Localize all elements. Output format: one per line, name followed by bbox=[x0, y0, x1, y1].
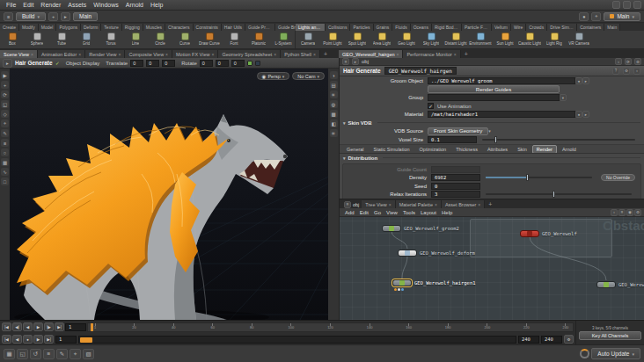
shelf-tab[interactable]: Lights and Cameras bbox=[296, 24, 326, 31]
voxel-size-field[interactable]: 0.1 bbox=[428, 136, 477, 143]
viewport-display-icon[interactable]: ◧ bbox=[330, 119, 338, 127]
shelf-tab[interactable]: Hair Utils bbox=[222, 24, 245, 31]
shelf-tab[interactable]: Oceans bbox=[411, 24, 432, 31]
grid-snap-icon[interactable]: ≡ bbox=[618, 209, 626, 216]
gear-icon[interactable]: ⚙ bbox=[634, 209, 641, 216]
group-field[interactable] bbox=[428, 94, 560, 101]
shelf-tool[interactable]: Sky Light bbox=[419, 31, 443, 48]
rotate-x-field[interactable]: 0 bbox=[200, 60, 213, 67]
shelf-tab[interactable]: Collisions bbox=[326, 24, 350, 31]
network-node[interactable]: GEO_Werewolf_groom2 bbox=[382, 224, 459, 233]
parameter-tab[interactable]: Attributes bbox=[483, 145, 512, 154]
menu-item[interactable]: Edit bbox=[19, 0, 37, 11]
status-icon[interactable]: ▦ bbox=[4, 349, 15, 359]
shelf-tab[interactable]: Constraints bbox=[194, 24, 222, 31]
chevron-down-icon[interactable]: ▾ bbox=[560, 94, 567, 101]
pin-icon[interactable]: ⌖ bbox=[633, 68, 640, 75]
playback-button[interactable]: ◀ bbox=[12, 335, 22, 344]
window-minimize-icon[interactable] bbox=[612, 1, 620, 9]
magnet-icon[interactable]: ⌖ bbox=[611, 209, 618, 216]
add-pane-tab-button[interactable]: + bbox=[485, 200, 495, 208]
node-body[interactable] bbox=[520, 230, 539, 237]
network-editor[interactable]: ≡ obj Tree View × Material Palette × Ass… bbox=[339, 199, 644, 320]
network-menu-item[interactable]: Layout bbox=[418, 210, 439, 215]
close-icon[interactable]: × bbox=[435, 202, 437, 207]
viewport-tool-icon[interactable]: ⟳ bbox=[1, 90, 9, 98]
shelf-tool[interactable]: Sphere bbox=[25, 31, 49, 48]
transport-button[interactable]: |◀ bbox=[2, 322, 11, 331]
slider-knob[interactable] bbox=[553, 191, 555, 198]
groom-object-field[interactable]: ../GEO_Werewolf_groom bbox=[428, 77, 575, 84]
close-icon[interactable]: × bbox=[478, 202, 480, 207]
color-swatch-dark[interactable] bbox=[255, 61, 260, 66]
viewport-display-icon[interactable]: ▩ bbox=[330, 110, 338, 118]
shelf-tool[interactable]: Box bbox=[0, 31, 25, 48]
viewport-tool-icon[interactable]: ⌖ bbox=[1, 119, 9, 127]
playhead-marker[interactable] bbox=[91, 323, 93, 331]
shelf-tool[interactable]: Spot Light bbox=[345, 31, 370, 48]
viewport-tool-icon[interactable]: ≡ bbox=[1, 139, 9, 147]
open-chooser-icon[interactable]: ▸ bbox=[582, 77, 589, 84]
update-mode-selector[interactable]: Auto Update ▾ bbox=[591, 348, 640, 359]
playback-button[interactable]: ● bbox=[23, 335, 33, 344]
shelf-tab[interactable]: Rigid Bodies bbox=[432, 24, 462, 31]
toolbar-extra-icon-2[interactable]: ⌖ bbox=[591, 12, 601, 21]
pane-tab[interactable]: Material Palette × bbox=[396, 200, 442, 208]
shelf-tool[interactable]: Platonic bbox=[246, 31, 271, 48]
network-box[interactable] bbox=[470, 219, 612, 257]
timeline-ruler[interactable]: 120406080100120140160180200220240 bbox=[87, 322, 574, 332]
viewport-display-icon[interactable]: ▤ bbox=[330, 81, 338, 89]
rotate-y-field[interactable]: 0 bbox=[216, 60, 229, 67]
gear-icon[interactable]: ⚙ bbox=[623, 68, 630, 75]
network-menu-item[interactable]: Tools bbox=[400, 210, 418, 215]
close-icon[interactable]: × bbox=[389, 202, 392, 207]
viewport-display-icon[interactable]: ◍ bbox=[330, 100, 338, 108]
camera-icon[interactable]: ◉ bbox=[626, 209, 633, 216]
key-all-channels-button[interactable]: Key All Channels bbox=[579, 331, 641, 340]
shelf-tab[interactable]: Create bbox=[0, 24, 19, 31]
pane-tab[interactable]: Motion FX View × bbox=[172, 50, 218, 58]
close-icon[interactable]: × bbox=[119, 52, 121, 57]
path-arrow-icon[interactable]: ▸ bbox=[352, 58, 359, 65]
gear-icon[interactable]: ⚙ bbox=[634, 58, 641, 65]
close-icon[interactable]: × bbox=[454, 52, 457, 57]
shelf-tool[interactable]: Draw Curve bbox=[197, 31, 222, 48]
color-swatch-green[interactable] bbox=[247, 61, 252, 66]
pane-tab[interactable]: Asset Browser × bbox=[442, 200, 485, 208]
shelf-tab[interactable]: Crowds bbox=[526, 24, 547, 31]
toolbar-extra-icon-1[interactable]: ● bbox=[579, 12, 589, 21]
shelf-tool[interactable]: Caustic Light bbox=[517, 31, 542, 48]
recycle-icon[interactable]: ⟳ bbox=[625, 58, 632, 65]
node-body[interactable] bbox=[596, 281, 616, 288]
transport-button[interactable]: |▶ bbox=[44, 322, 54, 331]
viewport-3d-scene[interactable] bbox=[10, 69, 328, 320]
node-body[interactable] bbox=[398, 250, 417, 257]
viewport-display-icon[interactable]: ✳ bbox=[330, 129, 338, 137]
operation-icon[interactable]: ▸ bbox=[3, 59, 12, 68]
viewport-tool-icon[interactable]: + bbox=[1, 81, 9, 89]
shelf-tab[interactable]: Characters bbox=[165, 24, 193, 31]
shelf-tab[interactable]: Grains bbox=[374, 24, 393, 31]
look-through-camera-selector[interactable]: No Cam ▾ bbox=[292, 72, 325, 80]
network-node[interactable]: GEO_Werewolf_hairgen1 bbox=[392, 279, 476, 287]
pane-tab[interactable]: GEO_Werewolf_hairgen × bbox=[339, 50, 403, 58]
shelf-tool[interactable]: Point Light bbox=[320, 31, 345, 48]
shelf-tool[interactable]: Light Rig bbox=[542, 31, 567, 48]
camera-view-selector[interactable]: ◉ Persp ▾ bbox=[257, 72, 290, 80]
shelf-tab[interactable]: Guide Brushes bbox=[275, 24, 296, 31]
parameter-tab[interactable]: Skin bbox=[513, 145, 531, 154]
close-icon[interactable]: × bbox=[211, 52, 214, 57]
viewport-tool-icon[interactable]: ▦ bbox=[1, 158, 9, 166]
pane-tab[interactable]: Render View × bbox=[85, 50, 125, 58]
shelf-tab[interactable]: Polygons bbox=[56, 24, 81, 31]
slider-knob[interactable] bbox=[526, 174, 529, 181]
no-override-button[interactable]: No Override bbox=[601, 174, 635, 181]
shelf-tab[interactable]: Wire bbox=[511, 24, 526, 31]
render-guides-button[interactable]: Render Guides bbox=[428, 85, 560, 93]
parameter-tab[interactable]: Render bbox=[532, 145, 557, 154]
viewport-display-icon[interactable]: ◑ bbox=[330, 71, 338, 79]
close-icon[interactable]: × bbox=[397, 52, 399, 57]
viewport-tool-icon[interactable]: □ bbox=[1, 177, 9, 185]
menu-item[interactable]: File bbox=[3, 0, 19, 11]
shelf-tab[interactable]: Fluids bbox=[392, 24, 410, 31]
